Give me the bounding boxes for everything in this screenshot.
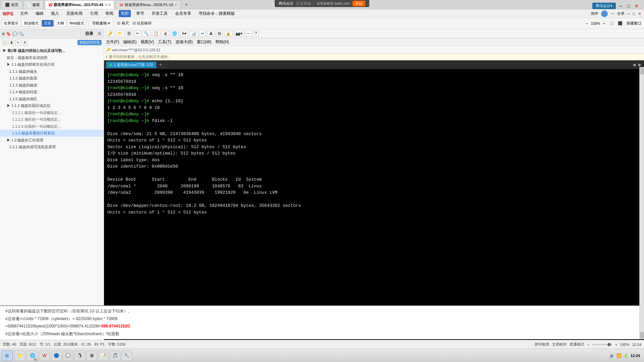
menu-review[interactable]: 审阅 — [103, 10, 115, 17]
xshell-menu-help[interactable]: 帮助(H) — [215, 39, 229, 45]
menu-edit[interactable]: 编辑 — [34, 10, 46, 17]
xshell-icon11[interactable]: ↩ — [199, 31, 206, 37]
taskbar-icon-8[interactable]: 📝 — [98, 350, 109, 361]
xshell-icon3[interactable]: ⛓ — [125, 31, 133, 37]
tray-icon-2[interactable]: 📶 — [616, 353, 622, 358]
toc-1-1-1[interactable]: 1.1.1 磁盘的磁头 — [0, 68, 104, 75]
browser-tab-p33[interactable]: W 跟老男孩学linux...323-P33-44 ✕ ⊙ — [45, 0, 114, 9]
taskbar-icon-10[interactable]: 🔧 — [121, 350, 132, 361]
status-zoom-plus[interactable]: + — [615, 343, 617, 347]
menu-search[interactable]: 寻找命令，搜索模版 — [197, 10, 237, 17]
xshell-icon9[interactable]: A▾ — [180, 31, 188, 37]
share-btn[interactable]: 协作 — [591, 11, 598, 16]
single-page[interactable]: ⬜ — [608, 21, 615, 25]
toc-1-2[interactable]: ▶ 1.2 磁盘的工作原理 — [0, 137, 104, 144]
window-minimize[interactable]: ─ — [618, 3, 624, 9]
terminal-tab[interactable]: 1 老男孩Linux77期 -129 — [106, 62, 156, 68]
toc-1-1-2-1[interactable]: 1.1.2.1 磁道的一句话概括定... — [0, 109, 104, 116]
xshell-menu-window[interactable]: 窗口(W) — [197, 39, 211, 45]
xshell-icon7[interactable]: 🖨 — [162, 31, 169, 37]
toolbar-reading[interactable]: 阅读模式 — [21, 20, 41, 27]
toc-1-1-2-3[interactable]: 1.1.2.3 柱面的一句话概括定... — [0, 123, 104, 130]
menu-file[interactable]: 文件 — [18, 10, 30, 17]
toolbar-page-view[interactable]: 页面 — [42, 20, 54, 27]
xshell-menu-tabs[interactable]: 选项卡(B) — [175, 39, 193, 45]
toolbar-format-mark[interactable]: ☑ 任意格符 — [131, 20, 153, 26]
xshell-icon12[interactable]: 🖧 — [207, 31, 215, 37]
xshell-menu-tools[interactable]: 工具(T) — [158, 39, 171, 45]
status-spellcheck[interactable]: 拼写检查 — [535, 342, 549, 347]
toolbar-nav[interactable]: 导航窗格 ▾ — [91, 20, 111, 26]
sidebar-new-icon[interactable]: 📋 — [2, 40, 7, 45]
start-btn[interactable]: ⊞ — [1, 350, 13, 361]
sidebar-refresh-icon[interactable]: ↻ — [15, 40, 21, 45]
taskbar-icon-7[interactable]: 🖥 — [86, 350, 97, 361]
status-layout[interactable]: 普通模式 — [570, 342, 584, 347]
sidebar-icon-search[interactable]: 🔍 — [19, 32, 24, 36]
ssh-icon1[interactable]: 🔑 — [106, 31, 114, 37]
tencent-start-btn[interactable]: 开始 — [353, 1, 365, 6]
share2-btn[interactable]: 分享 — [617, 11, 625, 16]
zoom-in[interactable]: + — [602, 21, 606, 25]
taskbar-icon-5[interactable]: 💬 — [63, 350, 73, 361]
toc-1-1-3-active[interactable]: 1.1.3 磁盘容量的计算算法 — [0, 130, 104, 137]
menu-insert[interactable]: 插入 — [49, 10, 61, 17]
menu-view[interactable]: 视图 — [119, 10, 131, 17]
scrollbar-thumb-bottom[interactable] — [640, 332, 644, 339]
xshell-icon10[interactable]: 📊 — [190, 31, 198, 37]
zoom-out[interactable]: ─ — [584, 21, 590, 25]
sidebar-icon-nav[interactable]: 🔖 — [6, 32, 11, 36]
sidebar-icon-comment[interactable]: 💬 — [12, 32, 17, 36]
sidebar-icon-list[interactable]: ≡ — [2, 31, 5, 37]
scrollbar-thumb-top[interactable] — [640, 68, 644, 74]
sidebar-delete-icon[interactable]: 🗑 — [9, 40, 14, 45]
toc-chapter2[interactable]: ▶ 第2章 磁盘内部核心知识及读写数... — [0, 47, 104, 54]
toc-1-1-2[interactable]: 1.1.2 磁盘的盘面 — [0, 75, 104, 82]
xshell-icon2[interactable]: 📁 — [116, 31, 124, 37]
xshell-icon16[interactable]: ─ — [246, 31, 252, 37]
status-mode[interactable]: 文档校对 — [552, 342, 567, 347]
more-btn[interactable]: ⋯ — [610, 11, 614, 16]
taskbar-icon-9[interactable]: 🎵 — [110, 350, 120, 361]
toolbar-view-outline[interactable]: 全屏显示 — [1, 20, 21, 27]
xshell-icon15[interactable]: 📷▾ — [234, 31, 244, 37]
term-ctrl-right[interactable]: ▶ — [638, 62, 642, 67]
sidebar-close-btn[interactable]: ✕ — [97, 31, 102, 37]
status-zoom-btn[interactable]: ─ — [587, 343, 590, 347]
wps-close[interactable]: ✕ — [638, 11, 641, 16]
toc-1-1[interactable]: ▶ 1.1 磁盘内部相关名词介绍 — [0, 61, 104, 68]
menu-pageview[interactable]: 页面布局 — [64, 10, 85, 17]
tray-icon-1[interactable]: 🔊 — [609, 353, 614, 358]
menu-section[interactable]: 章节 — [134, 10, 146, 17]
toolbar-web[interactable]: Web版式 — [67, 20, 87, 27]
taskbar-item-3[interactable]: W — [40, 350, 50, 361]
sidebar-settings-icon[interactable]: ⚙ — [22, 40, 28, 45]
xshell-menu-edit[interactable]: 编辑(E) — [123, 39, 137, 45]
toolbar-size[interactable]: 大纲 — [54, 20, 66, 27]
taskbar-icon-6[interactable]: 🐧 — [74, 350, 85, 361]
wps-max[interactable]: □ — [633, 11, 635, 16]
xshell-menu-file[interactable]: 文件(F) — [106, 39, 119, 45]
tencent-meeting-btn[interactable]: 腾讯会议▾ — [592, 3, 616, 9]
menu-ref[interactable]: 引用 — [88, 10, 100, 17]
browser-tab-home[interactable]: ⬛ 首页 — [1, 0, 22, 9]
xshell-icon5[interactable]: 🔍 — [142, 31, 151, 37]
multi-page[interactable]: ⬛ — [616, 21, 624, 25]
toc-1-1-2-group[interactable]: ▶ 1.1.2 磁盘柱面区域总括 — [0, 102, 104, 109]
new-window[interactable]: 新建窗口 — [625, 21, 643, 26]
toc-1-2-1[interactable]: 1.2.1 磁盘的读写流程及原理 — [0, 143, 104, 150]
toc-1-1-3[interactable]: 1.1.3 磁盘的磁道 — [0, 82, 104, 89]
menu-devtools[interactable]: 开发工具 — [150, 10, 170, 17]
toolbar-ruler[interactable]: ☑ 标尺 — [116, 20, 130, 26]
browser-tab-p1[interactable]: W 跟老男孩学linux...0528-P1-19 ✕ — [116, 0, 181, 9]
xshell-icon4[interactable]: ✂ — [134, 31, 141, 37]
xshell-icon6[interactable]: 📋 — [152, 31, 160, 37]
window-maximize[interactable]: □ — [626, 3, 631, 9]
menu-member[interactable]: 会员专享 — [173, 10, 193, 17]
taskbar-item-1[interactable]: 📁 — [14, 350, 25, 361]
right-scrollbar[interactable] — [639, 67, 644, 339]
toc-1-1-5[interactable]: 1.1.5 磁盘的扇区 — [0, 96, 104, 103]
term-ctrl-left[interactable]: ◀ — [632, 62, 636, 67]
xshell-icon13[interactable]: ⊞ — [216, 31, 223, 37]
taskbar-icon-4[interactable]: 🔵 — [51, 350, 62, 361]
